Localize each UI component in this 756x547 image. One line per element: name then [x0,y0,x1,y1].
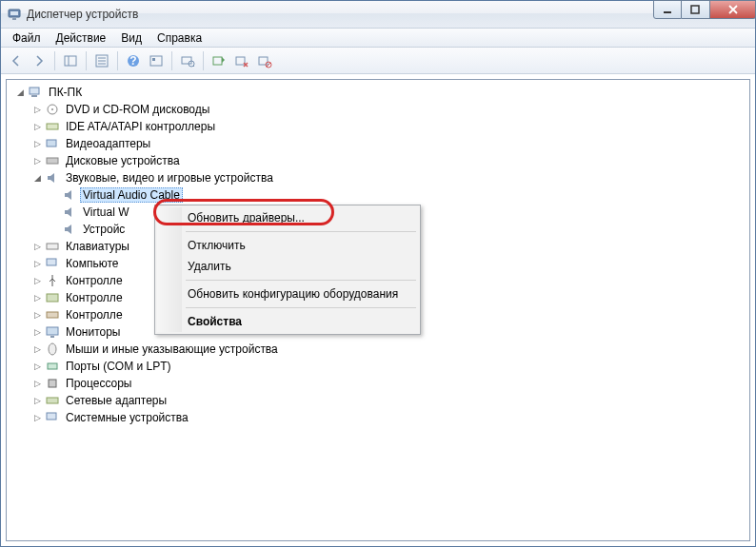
window-title: Диспетчер устройств [27,8,653,21]
tree-item[interactable]: ▷Процессоры [31,375,746,392]
ctx-delete[interactable]: Удалить [157,256,418,277]
expand-icon[interactable]: ▷ [31,413,43,422]
item-label: Звуковые, видео и игровые устройства [63,170,276,186]
keyboard-icon [45,239,60,254]
separator [186,231,416,232]
ctx-scan-hardware[interactable]: Обновить конфигурацию оборудования [157,283,418,304]
ctx-disable[interactable]: Отключить [157,235,418,256]
usb-icon [45,273,60,288]
ctx-properties[interactable]: Свойства [157,311,418,332]
item-label: Контролле [63,273,126,288]
tree-item[interactable]: ▷Системные устройства [31,409,746,426]
toolbar: ? [1,48,755,74]
ide-icon [45,119,60,134]
svg-rect-28 [47,140,56,147]
sound-icon [45,170,60,186]
svg-rect-31 [47,259,56,265]
root-label: ПК-ПК [46,85,85,100]
show-hide-tree-button[interactable] [59,49,82,72]
expand-icon[interactable]: ▷ [31,310,43,320]
expand-icon[interactable]: ▷ [31,327,43,337]
svg-rect-37 [48,363,57,369]
expand-icon[interactable]: ▷ [31,276,43,285]
expand-icon[interactable]: ▷ [31,259,43,268]
expand-icon[interactable]: ▷ [31,242,43,251]
forward-button[interactable] [28,49,50,72]
separator [186,307,416,308]
expand-icon[interactable]: ▷ [31,293,43,303]
cpu-icon [45,376,60,391]
disable-button[interactable] [253,49,276,72]
tree-item[interactable]: ▷Видеоадаптеры [31,135,746,152]
svg-rect-4 [691,6,699,13]
back-button[interactable] [5,49,28,72]
item-label: Мыши и иные указывающие устройства [63,342,281,357]
tree-item[interactable]: ▷Сетевые адаптеры [31,392,746,409]
svg-rect-3 [664,11,671,13]
menu-help[interactable]: Справка [149,29,209,47]
svg-rect-34 [47,327,58,335]
svg-rect-27 [47,124,58,129]
expand-icon[interactable]: ▷ [31,139,43,148]
disc-icon [45,102,60,117]
item-label: Компьюте [63,256,121,271]
system-icon [45,410,60,425]
spacer [49,190,60,200]
sound-icon [62,187,77,203]
tree-item[interactable]: ▷Дисковые устройства [31,152,746,169]
expand-icon[interactable]: ▷ [31,122,43,131]
item-label: Сетевые адаптеры [63,393,169,408]
update-driver-button[interactable] [208,49,230,72]
scan-hardware-button[interactable] [176,49,199,72]
menu-file[interactable]: Файл [5,29,49,47]
close-button[interactable] [710,0,756,19]
expand-icon[interactable]: ▷ [31,344,43,354]
svg-rect-35 [50,336,54,338]
network-icon [45,393,60,408]
expand-icon[interactable]: ▷ [31,379,43,388]
expand-icon[interactable]: ▷ [31,105,43,114]
expand-icon[interactable]: ▷ [31,396,43,405]
root-node[interactable]: ◢ ПК-ПК [14,84,746,101]
tree-item[interactable]: ▷IDE ATA/ATAPI контроллеры [31,118,746,135]
svg-rect-33 [47,312,58,318]
item-label: Контролле [63,307,126,322]
tb-icon-1[interactable] [145,49,168,72]
app-icon [7,7,22,22]
expand-icon[interactable]: ▷ [31,156,43,166]
tree-item-vac[interactable]: Virtual Audio Cable [49,186,746,204]
item-label: Процессоры [63,376,135,391]
separator [54,51,55,70]
item-label: Мониторы [63,324,123,340]
svg-rect-24 [31,95,37,97]
controller-icon [45,307,60,322]
sound-icon [62,205,77,220]
maximize-button[interactable] [682,0,710,19]
tree-item[interactable]: ▷DVD и CD-ROM дисководы [31,101,746,118]
titlebar: Диспетчер устройств [1,1,755,29]
collapse-icon[interactable]: ◢ [31,173,43,183]
svg-rect-5 [65,56,76,66]
tree-item[interactable]: ▷Мыши и иные указывающие устройства [31,341,746,358]
svg-rect-32 [47,294,58,302]
menu-action[interactable]: Действие [49,29,114,47]
tree-item[interactable]: ▷Порты (COM и LPT) [31,358,746,375]
properties-button[interactable] [90,49,113,72]
svg-line-17 [193,66,194,67]
device-tree[interactable]: ◢ ПК-ПК ▷DVD и CD-ROM дисководы ▷IDE ATA… [6,79,750,541]
svg-point-26 [51,108,53,110]
menubar: Файл Действие Вид Справка [1,29,755,48]
minimize-button[interactable] [653,0,682,19]
svg-rect-15 [182,57,191,64]
ctx-update-drivers[interactable]: Обновить драйверы... [157,207,418,228]
computer-icon [45,256,60,271]
separator [117,51,118,70]
tree-item-sound[interactable]: ◢Звуковые, видео и игровые устройства [31,169,746,186]
menu-view[interactable]: Вид [113,29,149,47]
help-button[interactable]: ? [122,49,145,72]
svg-rect-19 [236,57,245,65]
collapse-icon[interactable]: ◢ [14,88,26,97]
expand-icon[interactable]: ▷ [31,361,43,371]
item-label: IDE ATA/ATAPI контроллеры [63,119,218,134]
uninstall-button[interactable] [230,49,253,72]
